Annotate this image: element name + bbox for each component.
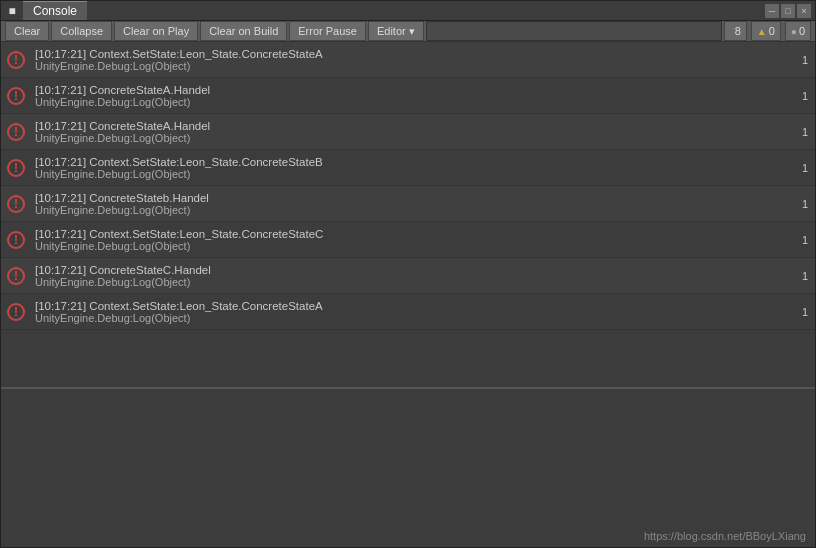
log-line1: [10:17:21] Context.SetState:Leon_State.C…: [35, 300, 791, 312]
log-line2: UnityEngine.Debug:Log(Object): [35, 168, 791, 180]
log-count: 1: [795, 114, 815, 149]
clear-on-play-button[interactable]: Clear on Play: [114, 21, 198, 41]
title-bar: ■ Console ─ □ ×: [1, 1, 815, 21]
info-badge[interactable]: ● 0: [785, 21, 811, 41]
error-badge[interactable]: ! 8: [724, 21, 747, 41]
log-line2: UnityEngine.Debug:Log(Object): [35, 132, 791, 144]
log-icon-col: !: [1, 186, 31, 221]
log-line1: [10:17:21] Context.SetState:Leon_State.C…: [35, 48, 791, 60]
editor-dropdown-button[interactable]: Editor ▾: [368, 21, 424, 41]
error-log-icon: !: [7, 195, 25, 213]
log-line1: [10:17:21] Context.SetState:Leon_State.C…: [35, 156, 791, 168]
error-log-icon: !: [7, 87, 25, 105]
log-line2: UnityEngine.Debug:Log(Object): [35, 240, 791, 252]
error-pause-button[interactable]: Error Pause: [289, 21, 366, 41]
log-text: [10:17:21] ConcreteStateA.Handel UnityEn…: [31, 78, 795, 113]
warning-badge[interactable]: ▲ 0: [751, 21, 781, 41]
info-icon: ●: [791, 26, 797, 37]
watermark: https://blog.csdn.net/BBoyLXiang: [644, 530, 806, 542]
log-line1: [10:17:21] ConcreteStateC.Handel: [35, 264, 791, 276]
clear-on-build-button[interactable]: Clear on Build: [200, 21, 287, 41]
log-text: [10:17:21] Context.SetState:Leon_State.C…: [31, 222, 795, 257]
log-text: [10:17:21] ConcreteStateb.Handel UnityEn…: [31, 186, 795, 221]
log-line2: UnityEngine.Debug:Log(Object): [35, 60, 791, 72]
log-entry[interactable]: ! [10:17:21] ConcreteStateA.Handel Unity…: [1, 114, 815, 150]
log-entry[interactable]: ! [10:17:21] ConcreteStateb.Handel Unity…: [1, 186, 815, 222]
log-entry[interactable]: ! [10:17:21] ConcreteStateA.Handel Unity…: [1, 78, 815, 114]
log-text: [10:17:21] Context.SetState:Leon_State.C…: [31, 150, 795, 185]
error-icon: !: [730, 26, 733, 37]
log-count: 1: [795, 186, 815, 221]
clear-button[interactable]: Clear: [5, 21, 49, 41]
error-log-icon: !: [7, 267, 25, 285]
log-count: 1: [795, 150, 815, 185]
error-log-icon: !: [7, 51, 25, 69]
log-area[interactable]: ! [10:17:21] Context.SetState:Leon_State…: [1, 42, 815, 387]
log-line1: [10:17:21] ConcreteStateA.Handel: [35, 84, 791, 96]
log-line1: [10:17:21] ConcreteStateb.Handel: [35, 192, 791, 204]
log-text: [10:17:21] Context.SetState:Leon_State.C…: [31, 294, 795, 329]
log-count: 1: [795, 222, 815, 257]
toolbar: Clear Collapse Clear on Play Clear on Bu…: [1, 21, 815, 42]
warning-icon: ▲: [757, 26, 767, 37]
log-icon-col: !: [1, 78, 31, 113]
log-icon-col: !: [1, 114, 31, 149]
log-icon-col: !: [1, 222, 31, 257]
error-count: 8: [735, 25, 741, 37]
log-line1: [10:17:21] Context.SetState:Leon_State.C…: [35, 228, 791, 240]
log-entry[interactable]: ! [10:17:21] Context.SetState:Leon_State…: [1, 294, 815, 330]
warning-count: 0: [769, 25, 775, 37]
log-icon-col: !: [1, 150, 31, 185]
window-controls: ─ □ ×: [765, 4, 811, 18]
log-line2: UnityEngine.Debug:Log(Object): [35, 276, 791, 288]
log-icon-col: !: [1, 294, 31, 329]
log-text: [10:17:21] Context.SetState:Leon_State.C…: [31, 42, 795, 77]
log-entry[interactable]: ! [10:17:21] Context.SetState:Leon_State…: [1, 42, 815, 78]
error-log-icon: !: [7, 123, 25, 141]
log-entry[interactable]: ! [10:17:21] Context.SetState:Leon_State…: [1, 222, 815, 258]
error-log-icon: !: [7, 231, 25, 249]
minimize-button[interactable]: ─: [765, 4, 779, 18]
console-icon: ■: [5, 4, 19, 18]
log-entry[interactable]: ! [10:17:21] Context.SetState:Leon_State…: [1, 150, 815, 186]
collapse-button[interactable]: Collapse: [51, 21, 112, 41]
console-tab[interactable]: Console: [23, 1, 87, 20]
log-line2: UnityEngine.Debug:Log(Object): [35, 96, 791, 108]
error-log-icon: !: [7, 159, 25, 177]
log-icon-col: !: [1, 258, 31, 293]
log-icon-col: !: [1, 42, 31, 77]
close-button[interactable]: ×: [797, 4, 811, 18]
log-count: 1: [795, 42, 815, 77]
log-line2: UnityEngine.Debug:Log(Object): [35, 312, 791, 324]
detail-area: [1, 387, 815, 547]
console-window: ■ Console ─ □ × Clear Collapse Clear on …: [0, 0, 816, 548]
log-count: 1: [795, 258, 815, 293]
badge-group: ! 8 ▲ 0 ● 0: [724, 21, 811, 41]
log-line1: [10:17:21] ConcreteStateA.Handel: [35, 120, 791, 132]
maximize-button[interactable]: □: [781, 4, 795, 18]
search-input[interactable]: [426, 21, 722, 41]
log-count: 1: [795, 78, 815, 113]
log-line2: UnityEngine.Debug:Log(Object): [35, 204, 791, 216]
log-count: 1: [795, 294, 815, 329]
dropdown-arrow-icon: ▾: [409, 25, 415, 38]
log-entry[interactable]: ! [10:17:21] ConcreteStateC.Handel Unity…: [1, 258, 815, 294]
log-text: [10:17:21] ConcreteStateC.Handel UnityEn…: [31, 258, 795, 293]
error-log-icon: !: [7, 303, 25, 321]
info-count: 0: [799, 25, 805, 37]
log-text: [10:17:21] ConcreteStateA.Handel UnityEn…: [31, 114, 795, 149]
